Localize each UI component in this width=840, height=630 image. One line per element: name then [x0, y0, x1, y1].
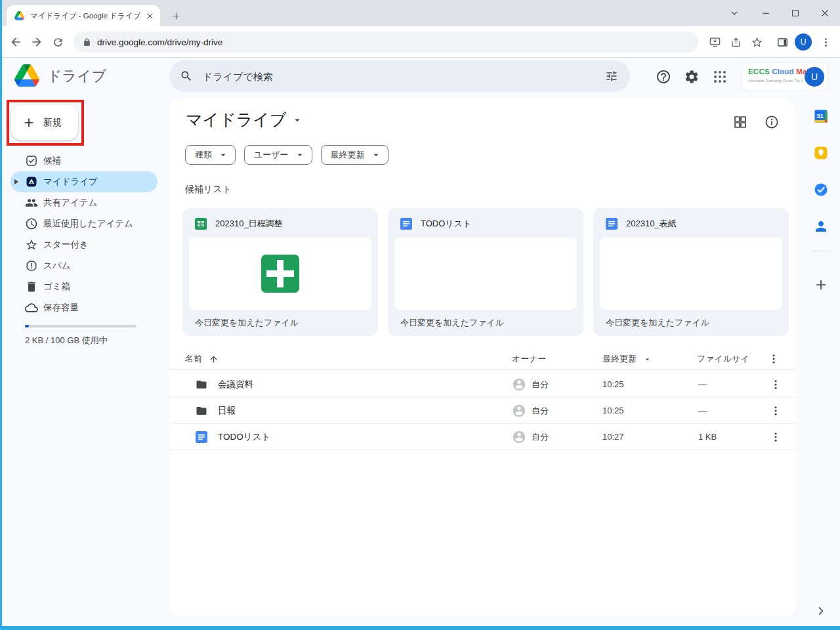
sidebar-item-spam[interactable]: スパム [10, 255, 158, 276]
settings-gear-icon[interactable] [684, 69, 700, 85]
file-thumbnail [600, 238, 782, 310]
new-button[interactable]: 新規 [11, 105, 78, 140]
table-row-meeting-docs[interactable]: 会議資料 自分 10:25 — [169, 371, 795, 398]
google-apps-grid-icon[interactable] [712, 69, 728, 85]
filter-chip-type[interactable]: 種類 [185, 145, 236, 165]
sidebar-item-suggestions[interactable]: 候補 [10, 150, 158, 171]
suggestion-cards: 202310_日程調整 今日変更を加えたファイル TODOリスト 今日変更を加え… [182, 208, 789, 336]
suggestion-card-spreadsheet[interactable]: 202310_日程調整 今日変更を加えたファイル [182, 208, 378, 336]
sidebar-item-shared[interactable]: 共有アイテム [10, 192, 158, 213]
tab-search-chevron-icon[interactable] [726, 5, 742, 21]
filter-chip-modified[interactable]: 最終更新 [321, 145, 388, 165]
window-maximize-button[interactable] [788, 5, 803, 21]
new-button-label: 新規 [43, 117, 62, 129]
caret-down-icon [295, 150, 305, 160]
page-title-dropdown[interactable]: マイドライブ [186, 109, 303, 131]
help-icon[interactable] [656, 69, 671, 85]
table-row-daily-report[interactable]: 日報 自分 10:25 — [169, 398, 795, 424]
capture-border-bottom [0, 626, 840, 630]
search-bar[interactable] [169, 60, 630, 92]
folder-icon [196, 379, 207, 390]
svg-text:31: 31 [816, 112, 824, 119]
document-icon [606, 218, 618, 230]
owner-avatar-icon [512, 377, 526, 392]
lock-icon [83, 38, 91, 47]
sidebar-item-starred[interactable]: スター付き [10, 234, 158, 255]
column-header-modified[interactable]: 最終更新 [602, 348, 652, 370]
account-badge-subtitle: Information Technology Center, The Unive… [748, 79, 803, 83]
folder-icon [196, 405, 207, 417]
account-badge[interactable]: ECCS Cloud Mail Information Technology C… [742, 63, 828, 91]
column-header-name[interactable]: 名前 [185, 348, 219, 370]
drive-app: ドライブ ECCS Cloud Mail Information Technol… [0, 58, 840, 630]
url-bar[interactable]: drive.google.com/drive/my-drive [74, 32, 698, 52]
url-text: drive.google.com/drive/my-drive [97, 37, 222, 47]
caret-down-icon [291, 114, 303, 126]
share-icon[interactable] [728, 34, 744, 50]
row-menu-kebab-icon[interactable] [770, 405, 782, 417]
file-thumbnail [189, 238, 371, 310]
drive-favicon-icon [14, 11, 24, 20]
window-close-button[interactable] [817, 5, 833, 21]
suggestions-heading: 候補リスト [185, 184, 232, 196]
grid-view-toggle-icon[interactable] [732, 114, 748, 130]
tab-close-icon[interactable] [145, 11, 155, 21]
sidebar-item-my-drive[interactable]: マイドライブ [10, 171, 158, 192]
side-panel-icon[interactable] [774, 34, 790, 50]
storage-progress-fill [25, 325, 29, 327]
back-button[interactable] [8, 34, 24, 50]
search-icon [180, 70, 193, 83]
sort-ascending-icon [209, 354, 219, 364]
document-icon [196, 431, 207, 443]
drive-brand: ドライブ [47, 66, 106, 86]
trash-icon [25, 280, 38, 293]
owner-avatar-icon [512, 404, 526, 418]
info-icon[interactable] [764, 114, 780, 130]
sidebar-item-recent[interactable]: 最近使用したアイテム [10, 213, 158, 234]
keep-icon[interactable] [813, 145, 829, 161]
filter-chip-user[interactable]: ユーザー [244, 145, 312, 165]
storage-usage-text: 2 KB / 100 GB 使用中 [25, 335, 108, 346]
file-thumbnail [394, 238, 577, 310]
column-header-size[interactable]: ファイルサイ [697, 348, 749, 370]
sidebar-item-storage[interactable]: 保存容量 [10, 297, 158, 318]
window-minimize-button[interactable] [758, 5, 774, 21]
forward-button[interactable] [29, 34, 45, 50]
table-row-todo-list[interactable]: TODOリスト 自分 10:27 1 KB [169, 424, 795, 450]
account-avatar[interactable]: U [805, 67, 824, 87]
spreadsheet-icon [195, 218, 207, 230]
main-content: マイドライブ 種類 ユーザー 最終更新 候補リスト [169, 98, 795, 617]
suggestion-card-todo[interactable]: TODOリスト 今日変更を加えたファイル [388, 208, 583, 336]
cloud-icon [25, 301, 38, 314]
column-header-owner[interactable]: オーナー [512, 348, 547, 370]
expander-arrow-icon[interactable] [14, 179, 18, 184]
install-icon[interactable] [707, 34, 723, 50]
search-input[interactable] [201, 70, 605, 83]
account-badge-title: ECCS Cloud Mail [748, 68, 811, 75]
new-tab-button[interactable] [168, 8, 184, 24]
tasks-icon[interactable] [813, 182, 829, 198]
contacts-icon[interactable] [813, 219, 829, 234]
add-addon-plus-icon[interactable] [814, 278, 828, 292]
search-options-tune-icon[interactable] [605, 70, 618, 83]
my-drive-icon [25, 175, 38, 188]
owner-avatar-icon [512, 430, 526, 444]
row-menu-kebab-icon[interactable] [770, 379, 782, 390]
browser-profile-avatar[interactable]: U [795, 33, 812, 51]
browser-tab[interactable]: マイドライブ - Google ドライブ [7, 5, 160, 26]
suggestion-card-cover[interactable]: 202310_表紙 今日変更を加えたファイル [593, 208, 789, 336]
expand-panel-chevron-right-icon[interactable] [814, 604, 828, 618]
caret-down-icon [643, 355, 652, 364]
column-settings-kebab-icon[interactable] [768, 353, 780, 365]
shared-people-icon [25, 196, 38, 209]
row-menu-kebab-icon[interactable] [770, 431, 782, 443]
bookmark-star-icon[interactable] [749, 34, 765, 50]
browser-titlebar: マイドライブ - Google ドライブ [0, 0, 840, 26]
file-table-header: 名前 オーナー 最終更新 ファイルサイ [169, 348, 795, 370]
sidebar-item-trash[interactable]: ゴミ箱 [10, 276, 158, 297]
filter-chips: 種類 ユーザー 最終更新 [185, 145, 388, 165]
reload-button[interactable] [50, 34, 66, 50]
calendar-icon[interactable]: 31 [813, 108, 829, 124]
capture-border-left [0, 0, 2, 630]
browser-menu-kebab-icon[interactable] [818, 34, 833, 50]
